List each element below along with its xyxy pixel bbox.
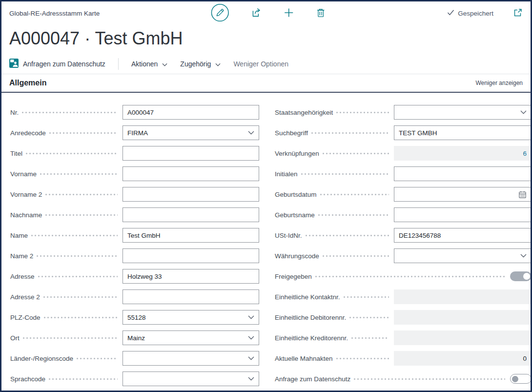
form-column-left: Nr.A000047AnredecodeFIRMATitelVornameVor… [10, 102, 259, 389]
toggle-anfrage-zum-datenschutz[interactable] [510, 374, 532, 384]
chevron-down-icon[interactable] [248, 336, 254, 340]
form-column-right: StaatsangehörigkeitSuchbegriffTEST GMBHV… [275, 102, 532, 389]
field-label-suchbegriff: Suchbegriff [275, 129, 308, 137]
text-input-initialen[interactable] [394, 166, 532, 181]
combo-staatsangehoerigkeit[interactable] [394, 105, 532, 120]
privacy-requests-action[interactable]: Anfragen zum Datenschutz [9, 59, 105, 69]
field-label-vorname-2: Vorname 2 [10, 191, 42, 198]
open-in-new-window-button[interactable] [513, 8, 523, 19]
fewer-options-button[interactable]: Weniger Optionen [233, 60, 288, 68]
chevron-down-icon[interactable] [520, 110, 527, 114]
top-bar-right: Gespeichert [447, 8, 523, 19]
field-label-initialen: Initialen [275, 170, 298, 178]
actions-menu[interactable]: Aktionen [131, 60, 167, 68]
dotted-leader [354, 378, 505, 380]
field-row-einheitliche-debitorennr: Einheitliche Debitorennr. [275, 307, 532, 328]
actions-menu-label: Aktionen [131, 60, 158, 68]
field-row-name: NameTest GmbH [10, 225, 259, 246]
text-input-ust-idnr[interactable]: DE123456788 [394, 228, 532, 243]
show-less-link[interactable]: Weniger anzeigen [475, 80, 523, 86]
text-input-suchbegriff[interactable]: TEST GMBH [394, 125, 532, 140]
page-title: A000047 · Test GmbH [1, 25, 531, 54]
combo-sprachcode[interactable] [123, 371, 259, 386]
text-input-adresse-2[interactable] [123, 289, 259, 304]
text-input-titel[interactable] [123, 146, 259, 161]
field-row-adresse-2: Adresse 2 [10, 287, 259, 307]
new-button[interactable] [284, 7, 294, 20]
toggle-knob [523, 273, 530, 280]
pencil-in-circle-icon [211, 3, 229, 23]
chevron-down-icon[interactable] [248, 315, 254, 319]
combo-laender-regionscode[interactable] [123, 351, 259, 366]
readonly-einheitliche-kreditorennr [394, 330, 532, 345]
combo-ort[interactable]: Mainz [123, 330, 259, 345]
dotted-leader [49, 378, 118, 380]
combo-plz-code[interactable]: 55128 [123, 310, 259, 325]
field-label-staatsangehoerigkeit: Staatsangehörigkeit [275, 109, 333, 116]
text-input-name-2[interactable] [123, 248, 259, 263]
general-form: Nr.A000047AnredecodeFIRMATitelVornameVor… [1, 93, 531, 389]
delete-button[interactable] [316, 7, 326, 20]
page-caption: Global-RE-Adressstamm Karte [9, 10, 100, 17]
field-label-ust-idnr: USt-IdNr. [275, 232, 302, 239]
combo-waehrungscode[interactable] [394, 248, 532, 263]
field-label-laender-regionscode: Länder-/Regionscode [10, 355, 73, 362]
field-label-sprachcode: Sprachcode [10, 375, 45, 383]
chevron-down-icon[interactable] [248, 377, 254, 381]
dotted-leader [77, 358, 118, 359]
toggle-freigegeben[interactable] [510, 271, 532, 281]
field-value-nr: A000047 [127, 109, 254, 116]
field-label-geburtsname: Geburtsname [275, 211, 315, 219]
field-label-vorname: Vorname [10, 170, 37, 178]
save-status: Gespeichert [447, 9, 493, 17]
field-label-geburtsdatum: Geburtsdatum [275, 191, 317, 198]
text-input-vorname[interactable] [123, 166, 259, 181]
text-input-name[interactable]: Test GmbH [123, 228, 259, 243]
edit-button[interactable] [211, 3, 229, 23]
action-bar: Anfragen zum Datenschutz Aktionen Zugehö… [1, 54, 531, 74]
field-label-anfrage-zum-datenschutz: Anfrage zum Datenschutz [275, 375, 350, 383]
field-value-adresse: Holzweg 33 [127, 273, 254, 280]
save-status-label: Gespeichert [458, 10, 493, 17]
section-title: Allgemein [9, 79, 46, 87]
chevron-down-icon[interactable] [520, 254, 527, 258]
readonly-verknuepfungen[interactable]: 6 [394, 146, 532, 161]
field-label-verknuepfungen: Verknüpfungen [275, 150, 319, 157]
field-label-adresse-2: Adresse 2 [10, 293, 40, 301]
text-input-geburtsname[interactable] [394, 207, 532, 222]
dotted-leader [315, 276, 505, 277]
field-label-waehrungscode: Währungscode [275, 252, 319, 260]
text-input-adresse[interactable]: Holzweg 33 [123, 269, 259, 284]
chevron-down-icon[interactable] [248, 131, 254, 135]
text-input-vorname-2[interactable] [123, 187, 259, 202]
checkmark-icon [447, 9, 454, 17]
dotted-leader [43, 296, 118, 298]
text-input-nr[interactable]: A000047 [123, 105, 259, 120]
field-label-ort: Ort [10, 334, 20, 342]
field-row-waehrungscode: Währungscode [275, 246, 532, 266]
record-action-icons [211, 1, 326, 25]
dotted-leader [306, 235, 389, 236]
toggle-knob [512, 376, 518, 382]
field-label-nachname: Nachname [10, 211, 42, 219]
field-value-plz-code: 55128 [127, 314, 245, 321]
share-icon [251, 7, 262, 20]
field-row-laender-regionscode: Länder-/Regionscode [10, 348, 259, 369]
combo-anredecode[interactable]: FIRMA [123, 125, 259, 140]
chevron-down-icon[interactable] [248, 356, 254, 360]
field-row-verknuepfungen: Verknüpfungen6 [275, 143, 532, 164]
share-button[interactable] [251, 7, 262, 20]
related-menu[interactable]: Zugehörig [180, 60, 221, 68]
field-row-sprachcode: Sprachcode [10, 369, 259, 389]
calendar-icon[interactable] [518, 190, 527, 199]
person-badge-icon [9, 59, 19, 69]
chevron-down-icon [215, 60, 221, 68]
text-input-nachname[interactable] [123, 207, 259, 222]
field-row-titel: Titel [10, 143, 259, 164]
field-label-anredecode: Anredecode [10, 129, 46, 137]
field-row-geburtsdatum: Geburtsdatum [275, 184, 532, 205]
field-value-ort: Mainz [127, 334, 245, 342]
field-row-einheitliche-kreditorennr: Einheitliche Kreditorennr. [275, 328, 532, 348]
date-input-geburtsdatum[interactable] [394, 187, 532, 202]
field-value-verknuepfungen[interactable]: 6 [399, 150, 527, 157]
